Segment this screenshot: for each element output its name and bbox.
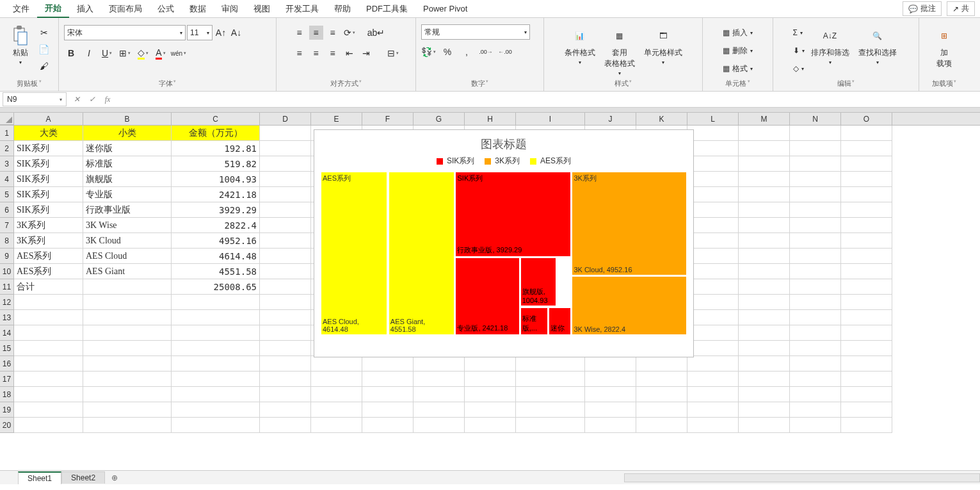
cell-L5[interactable] (687, 187, 739, 202)
row-header-19[interactable]: 19 (0, 402, 14, 418)
tab-PDF工具集[interactable]: PDF工具集 (358, 1, 415, 17)
legend-item[interactable]: AES系列 (530, 156, 571, 167)
cell-O3[interactable] (841, 156, 892, 172)
cell-L19[interactable] (687, 402, 739, 418)
cell-A6[interactable]: SIK系列 (14, 202, 83, 218)
row-header-4[interactable]: 4 (0, 172, 14, 187)
row-header-1[interactable]: 1 (0, 126, 14, 141)
cell-C11[interactable]: 25008.65 (172, 279, 260, 295)
col-header-N[interactable]: N (790, 113, 841, 125)
cell-L20[interactable] (687, 418, 739, 433)
cell-D18[interactable] (260, 387, 311, 402)
col-header-C[interactable]: C (172, 113, 260, 125)
cell-M16[interactable] (739, 356, 790, 372)
treemap-node[interactable]: AES系列AES Cloud, 4614.48 (321, 172, 387, 335)
cell-O17[interactable] (841, 372, 892, 387)
cell-M1[interactable] (739, 126, 790, 141)
treemap-node[interactable]: SIK系列行政事业版, 3929.29 (455, 172, 570, 257)
cell-B5[interactable]: 专业版 (83, 187, 172, 202)
row-header-10[interactable]: 10 (0, 264, 14, 279)
increase-font-button[interactable]: A↑ (214, 26, 228, 40)
decrease-indent-button[interactable]: ⇤ (342, 46, 357, 60)
cell-O13[interactable] (841, 310, 892, 325)
cell-M18[interactable] (739, 387, 790, 402)
cell-B3[interactable]: 标准版 (83, 156, 172, 172)
col-header-D[interactable]: D (260, 113, 311, 125)
row-header-17[interactable]: 17 (0, 372, 14, 387)
cell-I17[interactable] (516, 372, 585, 387)
merge-button[interactable]: ⊟ (386, 46, 400, 60)
formula-input[interactable] (115, 92, 980, 106)
cell-N12[interactable] (790, 295, 841, 310)
row-header-15[interactable]: 15 (0, 341, 14, 356)
horizontal-scrollbar[interactable] (624, 473, 980, 482)
cell-O4[interactable] (841, 172, 892, 187)
clear-button[interactable]: ◇ ▾ (793, 60, 805, 77)
border-button[interactable]: ⊞ (118, 46, 132, 60)
tab-文件[interactable]: 文件 (5, 1, 37, 17)
align-right-button[interactable]: ≡ (326, 46, 340, 60)
cell-B13[interactable] (83, 310, 172, 325)
treemap-node[interactable]: 专业版, 2421.18 (455, 257, 519, 335)
cell-A3[interactable]: SIK系列 (14, 156, 83, 172)
cell-K17[interactable] (636, 372, 687, 387)
cell-O5[interactable] (841, 187, 892, 202)
format-cells-button[interactable]: ▦ 格式 ▾ (723, 60, 753, 77)
tab-开发工具[interactable]: 开发工具 (278, 1, 326, 17)
cell-F18[interactable] (362, 387, 414, 402)
cell-D7[interactable] (260, 218, 311, 233)
cell-L16[interactable] (687, 356, 739, 372)
cell-K20[interactable] (636, 418, 687, 433)
cell-A18[interactable] (14, 387, 83, 402)
cell-A4[interactable]: SIK系列 (14, 172, 83, 187)
cell-B6[interactable]: 行政事业版 (83, 202, 172, 218)
find-select-button[interactable]: 🔍查找和选择▾ (856, 24, 899, 67)
cell-N18[interactable] (790, 387, 841, 402)
split-bar[interactable] (0, 108, 980, 113)
cell-C16[interactable] (172, 356, 260, 372)
cell-B20[interactable] (83, 418, 172, 433)
cell-I20[interactable] (516, 418, 585, 433)
increase-decimal-button[interactable]: .00→ (479, 45, 493, 59)
sheet-tab-Sheet1[interactable]: Sheet1 (18, 471, 61, 484)
col-header-F[interactable]: F (362, 113, 414, 125)
cell-C5[interactable]: 2421.18 (172, 187, 260, 202)
cell-D6[interactable] (260, 202, 311, 218)
tab-视图[interactable]: 视图 (246, 1, 278, 17)
treemap-node[interactable]: 3K系列3K Cloud, 4952.16 (572, 172, 687, 275)
col-header-H[interactable]: H (465, 113, 516, 125)
cell-A17[interactable] (14, 372, 83, 387)
select-all-corner[interactable] (0, 113, 14, 125)
cell-B16[interactable] (83, 356, 172, 372)
row-header-5[interactable]: 5 (0, 187, 14, 202)
cell-G16[interactable] (414, 356, 465, 372)
cell-F19[interactable] (362, 402, 414, 418)
cell-O8[interactable] (841, 233, 892, 249)
format-painter-button[interactable]: 🖌 (37, 59, 51, 73)
underline-button[interactable]: U (100, 46, 114, 60)
cell-M2[interactable] (739, 141, 790, 156)
cell-F20[interactable] (362, 418, 414, 433)
cell-M19[interactable] (739, 402, 790, 418)
cell-E20[interactable] (311, 418, 362, 433)
cut-button[interactable]: ✂ (37, 26, 51, 40)
col-header-I[interactable]: I (516, 113, 585, 125)
increase-indent-button[interactable]: ⇥ (359, 46, 373, 60)
cell-D14[interactable] (260, 325, 311, 341)
decrease-decimal-button[interactable]: ←.00 (498, 45, 512, 59)
cell-C19[interactable] (172, 402, 260, 418)
cell-H19[interactable] (465, 402, 516, 418)
cell-E18[interactable] (311, 387, 362, 402)
cell-L1[interactable] (687, 126, 739, 141)
col-header-E[interactable]: E (311, 113, 362, 125)
cell-G18[interactable] (414, 387, 465, 402)
insert-cells-button[interactable]: ▦ 插入 ▾ (723, 24, 753, 41)
cell-L12[interactable] (687, 295, 739, 310)
cell-M14[interactable] (739, 325, 790, 341)
cell-A20[interactable] (14, 418, 83, 433)
row-header-2[interactable]: 2 (0, 141, 14, 156)
cell-A16[interactable] (14, 356, 83, 372)
cell-M15[interactable] (739, 341, 790, 356)
col-header-L[interactable]: L (687, 113, 739, 125)
cell-N16[interactable] (790, 356, 841, 372)
